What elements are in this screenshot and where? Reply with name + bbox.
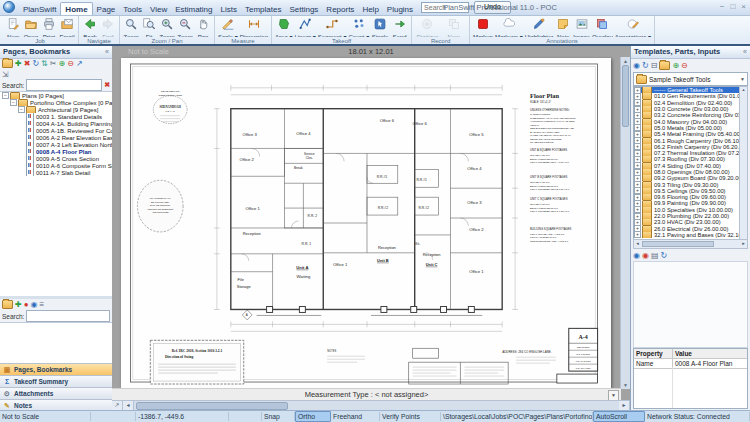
- remove-circle-icon[interactable]: ⊖: [681, 61, 688, 70]
- ribbon-button-pan[interactable]: Pan: [194, 16, 212, 37]
- collapse-icon[interactable]: −: [18, 106, 25, 113]
- menu-tab-home[interactable]: Home: [60, 2, 92, 15]
- takeoff-tools-dropdown[interactable]: Sample Takeoff Tools ▼: [633, 72, 748, 86]
- collapse-panel-icon[interactable]: «: [105, 46, 109, 58]
- drawing-canvas[interactable]: Not to Scale 18.01 x 12.01: [112, 46, 630, 411]
- remove-circle-icon[interactable]: ⊖: [67, 59, 74, 68]
- ribbon-button-new[interactable]: New: [4, 16, 22, 37]
- maximize-icon[interactable]: □: [730, 2, 735, 11]
- pages-tree-item[interactable]: 0006 A-2 Rear Elevation East: [0, 134, 112, 141]
- bookmarks-search-input[interactable]: [26, 310, 110, 322]
- refresh-icon[interactable]: ↻: [32, 59, 39, 68]
- nav-button-attachments[interactable]: ⊙Attachments: [0, 387, 112, 399]
- ribbon-button-zoom[interactable]: Zoom: [122, 16, 140, 37]
- scroll-thumb[interactable]: [642, 241, 714, 247]
- ribbon-button-count[interactable]: Count ▾: [347, 16, 370, 37]
- pages-tree-item[interactable]: 0009 A-5 Cross Section: [0, 155, 112, 162]
- add-circle-icon[interactable]: ⊕: [59, 59, 66, 68]
- collapse-panel-icon[interactable]: «: [743, 46, 747, 58]
- scroll-thumb[interactable]: [622, 65, 629, 127]
- add-circle-icon[interactable]: ⊕: [672, 61, 679, 70]
- pages-tree-item[interactable]: 0007 A-3 Left Elevation North: [0, 141, 112, 148]
- record-icon[interactable]: ●: [24, 300, 29, 309]
- pages-tree-item[interactable]: 0011 A-7 Slab Detail: [0, 169, 112, 176]
- ribbon-button-open[interactable]: Open: [22, 16, 40, 37]
- collapse-icon[interactable]: −: [10, 99, 17, 106]
- menu-tab-templates[interactable]: Templates: [241, 3, 285, 15]
- ribbon-button-note[interactable]: Note: [554, 16, 572, 37]
- plan-sheet[interactable]: Office 3Office 4Office 2ServiceClos.Brea…: [121, 58, 611, 388]
- tree-icon[interactable]: ≡: [40, 300, 45, 309]
- scroll-up-icon[interactable]: ▲: [621, 57, 630, 65]
- ribbon-button-zoom-out[interactable]: Zoom Out: [176, 16, 194, 37]
- pages-tree-item[interactable]: −Plans [0 Pages]: [0, 92, 112, 99]
- ribbon-button-annotations[interactable]: Annotations ▾: [614, 16, 652, 37]
- canvas-vertical-scrollbar[interactable]: ▲ ▼: [620, 57, 630, 389]
- grid-icon[interactable]: ▤: [651, 251, 659, 260]
- copy-page-icon[interactable]: ⇲: [2, 70, 9, 79]
- record-red-icon[interactable]: ◉: [642, 251, 649, 260]
- menu-tab-view[interactable]: View: [146, 3, 171, 15]
- record-blue-icon[interactable]: ◉: [633, 61, 640, 70]
- scroll-thumb[interactable]: [136, 402, 288, 410]
- menu-tab-settings[interactable]: Settings: [285, 3, 322, 15]
- ribbon-button-segment[interactable]: Segment ▾: [317, 16, 348, 37]
- templates-tree-item[interactable]: +32.1 Paving and Bases (Div 32.10.00): [634, 232, 740, 238]
- record-blue-icon[interactable]: ◉: [31, 300, 38, 309]
- ribbon-button-markups[interactable]: Markups ▾: [494, 16, 524, 37]
- ribbon-button-send-data[interactable]: Send Data ▾: [390, 16, 409, 37]
- pages-tree-item[interactable]: −Architectural [9 Pages]: [0, 106, 112, 113]
- pages-search-input[interactable]: [26, 79, 102, 91]
- fit-icon[interactable]: ⊟: [651, 61, 658, 70]
- nav-button-takeoff-summary[interactable]: ΣTakeoff Summary: [0, 375, 112, 387]
- clear-search-icon[interactable]: ✖: [104, 81, 110, 89]
- property-row[interactable]: Name 0008 A-4 Floor Plan: [634, 359, 747, 369]
- pages-tree-item[interactable]: 0004 A-1A. Building Planning & Des...: [0, 120, 112, 127]
- ribbon-button-email-job[interactable]: Email Job: [58, 16, 76, 37]
- cut-icon[interactable]: ✂: [50, 59, 57, 68]
- export-icon[interactable]: ↗: [76, 59, 83, 68]
- folder-icon[interactable]: [659, 61, 670, 70]
- refresh-icon[interactable]: ↻: [642, 61, 649, 70]
- folder-icon[interactable]: [2, 300, 13, 309]
- menu-tab-tools[interactable]: Tools: [119, 3, 146, 15]
- menu-tab-page[interactable]: Page: [93, 3, 120, 15]
- add-icon[interactable]: ✚: [15, 59, 22, 68]
- ribbon-button-highlighter[interactable]: Highlighter: [524, 16, 555, 37]
- scroll-left-icon[interactable]: ◂: [634, 240, 641, 248]
- collapse-icon[interactable]: −: [2, 92, 9, 99]
- pages-tree-item[interactable]: 0005 A-1B. Reviewed For Code Co...: [0, 127, 112, 134]
- delete-icon[interactable]: ✖: [24, 59, 31, 68]
- pages-tree-item[interactable]: 0003 1. Standard Details: [0, 113, 112, 120]
- templates-scrollbar[interactable]: ▲: [739, 86, 748, 240]
- ribbon-button-linear[interactable]: Linear ▾: [293, 16, 316, 37]
- ribbon-button-area[interactable]: Area ▾: [274, 16, 293, 37]
- scroll-down-icon[interactable]: ▼: [621, 381, 630, 389]
- scroll-right-icon[interactable]: ▸: [740, 240, 747, 248]
- refresh-icon[interactable]: ↻: [661, 251, 668, 260]
- templates-horizontal-scrollbar[interactable]: ◂ ▸: [633, 239, 748, 249]
- menu-tab-estimating[interactable]: Estimating: [171, 3, 216, 15]
- ribbon-button-scale[interactable]: Scale ▾: [217, 16, 239, 37]
- ribbon-button-zoom-in[interactable]: Zoom In: [158, 16, 176, 37]
- ribbon-button-single-click[interactable]: Single Click ▾: [370, 16, 390, 37]
- status-verify-points[interactable]: Verify Points: [380, 412, 441, 421]
- ribbon-button-back[interactable]: Back: [81, 16, 99, 37]
- status-freehand[interactable]: Freehand: [331, 412, 380, 421]
- status-snap[interactable]: Snap: [262, 412, 295, 421]
- ribbon-button-digitizer-record[interactable]: Digitizer Record ▾: [414, 16, 440, 37]
- ribbon-button-overlay[interactable]: Overlay: [591, 16, 614, 37]
- status-autoscroll[interactable]: AutoScroll: [593, 411, 645, 422]
- pages-tree-item[interactable]: −Portofino Office Complex [0 Pages]: [0, 99, 112, 106]
- ribbon-button-dimension[interactable]: Dimension: [239, 16, 269, 37]
- ribbon-button-markup-color[interactable]: Markup Color ▾: [472, 16, 494, 37]
- pages-tree-item[interactable]: 0008 A-4 Floor Plan: [0, 148, 112, 155]
- menu-tab-reports[interactable]: Reports: [322, 3, 358, 15]
- pages-tree-item[interactable]: 0010 A-6 Composite Form Set Plan: [0, 162, 112, 169]
- menu-tab-lists[interactable]: Lists: [217, 3, 241, 15]
- nav-button-pages-bookmarks[interactable]: ▣Pages, Bookmarks: [0, 363, 112, 375]
- ribbon-button-fit-page[interactable]: Fit Page: [140, 16, 158, 37]
- close-icon[interactable]: ×: [741, 2, 746, 11]
- ribbon-button-image[interactable]: Image: [572, 16, 591, 37]
- status-ortho[interactable]: Ortho: [295, 411, 331, 422]
